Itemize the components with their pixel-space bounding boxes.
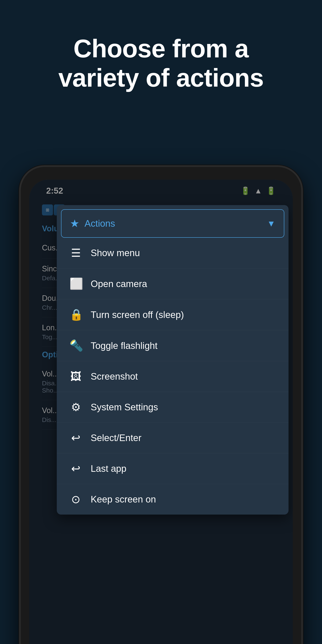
selector-label: Actions: [84, 218, 262, 229]
phone-mockup: 2:52 🔋 ▲ 🔋 ⊞ ⊞ Button Mapper Pro: [19, 165, 303, 644]
phone-notch: [148, 171, 174, 178]
menu-label-keep-screen-on: Keep screen on: [91, 494, 156, 504]
menu-label-screen-off: Turn screen off (sleep): [91, 310, 184, 320]
phone-shell: 2:52 🔋 ▲ 🔋 ⊞ ⊞ Button Mapper Pro: [19, 165, 303, 644]
phone-side-bar: [302, 252, 303, 286]
menu-label-show-menu: Show menu: [91, 248, 140, 258]
menu-label-screenshot: Screenshot: [91, 371, 138, 382]
phone-screen: 2:52 🔋 ▲ 🔋 ⊞ ⊞ Button Mapper Pro: [29, 180, 293, 644]
flashlight-icon: 🔦: [70, 339, 82, 352]
settings-icon: ⚙: [70, 401, 82, 414]
star-icon: ★: [70, 217, 80, 230]
screenshot-icon: 🖼: [70, 370, 82, 383]
chevron-down-icon: ▼: [267, 219, 276, 228]
menu-label-last-app: Last app: [91, 463, 126, 474]
menu-item-open-camera[interactable]: ⬜ Open camera: [57, 268, 288, 299]
menu-icon: ☰: [70, 246, 82, 259]
menu-label-select-enter: Select/Enter: [91, 432, 142, 443]
menu-item-last-app[interactable]: ↩ Last app: [57, 453, 288, 484]
keep-screen-icon: ⊙: [70, 493, 82, 506]
actions-dropdown[interactable]: ★ Actions ▼ ☰ Show menu ⬜ Open camera 🔒 …: [57, 205, 288, 514]
menu-item-select-enter[interactable]: ↩ Select/Enter: [57, 422, 288, 453]
menu-item-flashlight[interactable]: 🔦 Toggle flashlight: [57, 330, 288, 361]
menu-item-screenshot[interactable]: 🖼 Screenshot: [57, 361, 288, 392]
menu-item-system-settings[interactable]: ⚙ System Settings: [57, 392, 288, 422]
menu-item-show-menu[interactable]: ☰ Show menu: [57, 238, 288, 268]
last-app-icon: ↩: [70, 462, 82, 475]
hero-section: Choose from a variety of actions: [0, 0, 322, 105]
actions-selector[interactable]: ★ Actions ▼: [61, 209, 284, 238]
hero-title: Choose from a variety of actions: [17, 34, 305, 92]
enter-icon: ↩: [70, 432, 82, 444]
menu-label-system-settings: System Settings: [91, 402, 158, 412]
camera-icon: ⬜: [70, 277, 82, 290]
menu-label-flashlight: Toggle flashlight: [91, 340, 158, 351]
menu-item-keep-screen-on[interactable]: ⊙ Keep screen on: [57, 484, 288, 514]
menu-item-screen-off[interactable]: 🔒 Turn screen off (sleep): [57, 299, 288, 330]
menu-label-open-camera: Open camera: [91, 278, 147, 289]
lock-icon: 🔒: [70, 308, 82, 321]
